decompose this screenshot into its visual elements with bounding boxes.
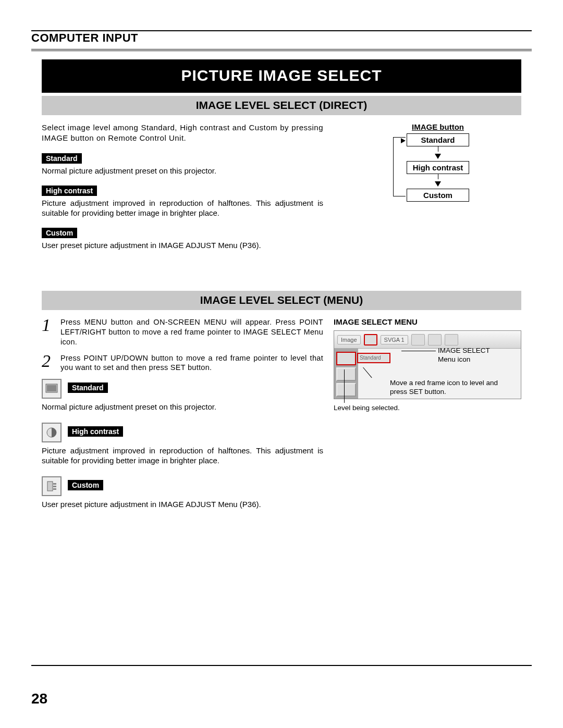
label-custom-2: Custom [68, 480, 103, 490]
step-2: 2 Press POINT UP/DOWN button to move a r… [42, 353, 323, 373]
label-standard: Standard [42, 153, 82, 164]
callout-icon: IMAGE SELECT Menu icon [438, 347, 506, 364]
label-highcontrast-2: High contrast [68, 426, 123, 437]
menu-level-item [336, 383, 356, 397]
menu-sidebar [334, 349, 358, 399]
down-arrow-icon [435, 181, 441, 187]
page-number: 28 [31, 690, 47, 707]
desc-highcontrast-2: Picture adjustment improved in reproduct… [42, 446, 323, 466]
flow-diagram: Standard High contrast Custom [396, 133, 480, 202]
standard-icon [42, 379, 62, 399]
flow-box-custom: Custom [407, 189, 469, 202]
down-arrow-icon [435, 154, 441, 159]
menu-icon [445, 334, 458, 346]
callout-line [401, 351, 436, 351]
section2-left: 1 Press MENU button and ON-SCREEN MENU w… [42, 317, 323, 520]
flow-title: IMAGE button [354, 122, 521, 131]
flow-line [438, 174, 438, 179]
callout-level: Level being selected. [334, 404, 400, 413]
desc-standard: Normal picture adjustment preset on this… [42, 166, 323, 176]
subhead-direct: IMAGE LEVEL SELECT (DIRECT) [42, 96, 521, 115]
svg-rect-1 [47, 385, 56, 391]
step-text: Press POINT UP/DOWN button to move a red… [60, 353, 323, 373]
menu-dropdown-label: Standard [357, 353, 390, 363]
step-number: 2 [42, 353, 54, 373]
label-standard-2: Standard [68, 382, 108, 393]
spacer [31, 260, 532, 291]
flow-line [438, 146, 438, 152]
custom-icon [42, 476, 62, 496]
menu-level-selected [336, 352, 356, 365]
icon-row-highcontrast: High contrast [42, 423, 323, 442]
step-text: Press MENU button and ON-SCREEN MENU wil… [60, 317, 323, 347]
section1-columns: Select image level among Standard, High … [31, 122, 532, 260]
rule [31, 51, 532, 51]
menu-mode: SVGA 1 [381, 335, 408, 344]
section1-left: Select image level among Standard, High … [42, 122, 323, 260]
svg-rect-3 [47, 482, 53, 491]
icon-row-custom: Custom [42, 476, 323, 496]
section2-columns: 1 Press MENU button and ON-SCREEN MENU w… [31, 317, 532, 520]
subhead-menu: IMAGE LEVEL SELECT (MENU) [42, 291, 521, 310]
desc-custom-2: User preset picture adjustment in IMAGE … [42, 499, 323, 510]
intro-text: Select image level among Standard, High … [42, 122, 323, 143]
section2-right: IMAGE SELECT MENU Image SVGA 1 Standard [334, 317, 521, 520]
callout-line [344, 369, 345, 403]
loop-line [393, 137, 406, 196]
menu-bar: Image SVGA 1 [334, 331, 521, 349]
callout-move: Move a red frame icon to level and press… [390, 379, 515, 397]
step-number: 1 [42, 317, 54, 347]
label-highcontrast: High contrast [42, 186, 97, 196]
item-highcontrast: High contrast Picture adjustment improve… [42, 186, 323, 218]
flow-box-standard: Standard [407, 133, 469, 146]
highcontrast-icon [42, 423, 62, 442]
menu-level-item [336, 367, 356, 381]
svg-rect-5 [53, 486, 56, 487]
page-frame: COMPUTER INPUT PICTURE IMAGE SELECT IMAG… [31, 30, 532, 666]
menu-title: IMAGE SELECT MENU [334, 317, 521, 326]
step-1: 1 Press MENU button and ON-SCREEN MENU w… [42, 317, 323, 347]
icon-row-standard: Standard [42, 379, 323, 399]
loop-arrow-icon [401, 138, 406, 143]
desc-standard-2: Normal picture adjustment preset on this… [42, 402, 323, 412]
menu-tab-image: Image [337, 335, 361, 344]
image-select-menu-icon [364, 334, 377, 346]
label-custom: Custom [42, 228, 77, 238]
svg-rect-6 [53, 488, 56, 490]
item-standard: Standard Normal picture adjustment prese… [42, 153, 323, 176]
menu-icon [411, 334, 425, 346]
flow-box-highcontrast: High contrast [407, 161, 469, 174]
desc-custom: User preset picture adjustment in IMAGE … [42, 240, 323, 251]
title-band: PICTURE IMAGE SELECT [42, 59, 521, 93]
svg-rect-4 [53, 483, 56, 485]
item-custom: Custom User preset picture adjustment in… [42, 228, 323, 251]
menu-icon [428, 334, 442, 346]
section-header: COMPUTER INPUT [31, 31, 532, 50]
section1-right: IMAGE button Standard High contrast Cust… [334, 122, 521, 260]
desc-highcontrast: Picture adjustment improved in reproduct… [42, 198, 323, 218]
